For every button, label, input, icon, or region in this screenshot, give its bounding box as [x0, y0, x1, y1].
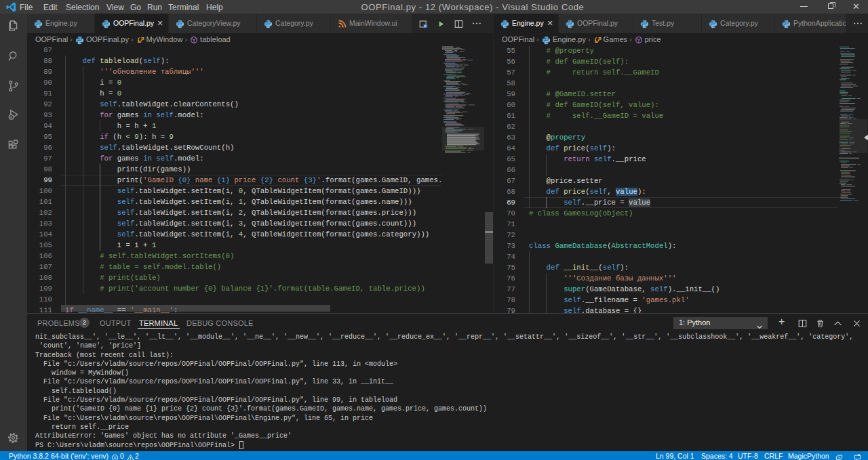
- svg-text:p: p: [424, 24, 426, 28]
